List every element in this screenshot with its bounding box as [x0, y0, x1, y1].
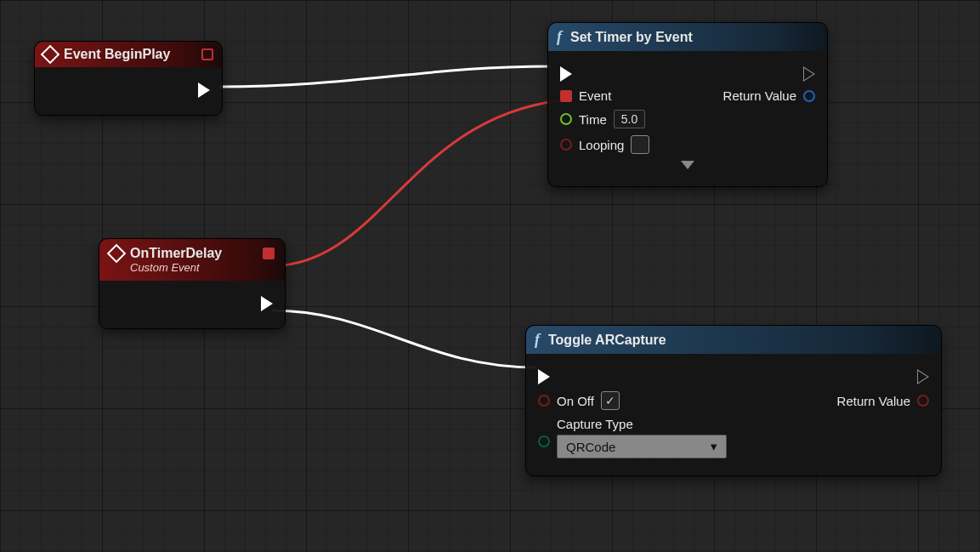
- node-title: Toggle ARCapture: [548, 333, 666, 348]
- looping-checkbox[interactable]: [631, 135, 649, 154]
- node-ontimerdelay[interactable]: OnTimerDelay Custom Event: [99, 238, 286, 329]
- node-header: f Toggle ARCapture: [526, 326, 941, 354]
- pin-label-looping: Looping: [579, 138, 624, 152]
- delegate-pin[interactable]: [201, 48, 213, 60]
- exec-out-pin[interactable]: [261, 296, 273, 311]
- node-header: OnTimerDelay Custom Event: [99, 239, 285, 281]
- node-set-timer-by-event[interactable]: f Set Timer by Event Event Return Value …: [547, 22, 828, 187]
- expand-icon[interactable]: [681, 161, 694, 169]
- pin-label-onoff: On Off: [557, 394, 594, 408]
- pin-label-capture-type: Capture Type: [557, 417, 633, 431]
- looping-in-pin[interactable]: [560, 139, 572, 151]
- event-icon: [107, 244, 127, 264]
- node-event-beginplay[interactable]: Event BeginPlay: [34, 41, 223, 116]
- exec-out-pin[interactable]: [198, 83, 210, 98]
- delegate-out-pin[interactable]: [263, 248, 275, 259]
- exec-out-pin[interactable]: [803, 66, 815, 82]
- capture-type-value: QRCode: [566, 440, 615, 454]
- exec-out-pin[interactable]: [917, 369, 929, 384]
- exec-in-pin[interactable]: [538, 369, 550, 384]
- node-title: Set Timer by Event: [570, 30, 693, 45]
- return-value-pin[interactable]: [803, 90, 815, 102]
- event-icon: [41, 45, 60, 65]
- function-icon: f: [535, 331, 540, 349]
- onoff-in-pin[interactable]: [538, 395, 550, 407]
- dropdown-icon: ▾: [711, 439, 717, 454]
- onoff-checkbox[interactable]: ✓: [601, 391, 620, 410]
- wire-exec-beginplay-to-settimer: [219, 66, 551, 87]
- event-in-pin[interactable]: [560, 90, 572, 102]
- node-title: Event BeginPlay: [64, 47, 170, 62]
- pin-label-event: Event: [579, 88, 611, 103]
- capture-type-select[interactable]: QRCode ▾: [557, 435, 727, 458]
- pin-label-time: Time: [579, 112, 607, 127]
- capture-type-in-pin[interactable]: [538, 435, 550, 447]
- wire-delegate-ontimer-to-event: [272, 100, 561, 266]
- time-input[interactable]: 5.0: [614, 110, 645, 128]
- exec-in-pin[interactable]: [560, 66, 572, 82]
- node-header: Event BeginPlay: [35, 42, 222, 67]
- wire-exec-ontimer-to-toggle: [272, 310, 535, 367]
- node-header: f Set Timer by Event: [548, 23, 827, 51]
- return-value-pin[interactable]: [917, 395, 929, 407]
- pin-label-return: Return Value: [837, 394, 910, 408]
- node-subtitle: Custom Event: [110, 261, 275, 274]
- function-icon: f: [557, 28, 562, 46]
- node-title: OnTimerDelay: [130, 246, 222, 261]
- time-in-pin[interactable]: [560, 113, 572, 125]
- pin-label-return: Return Value: [723, 88, 796, 103]
- node-toggle-arcapture[interactable]: f Toggle ARCapture On Off ✓ Return Value…: [525, 325, 942, 476]
